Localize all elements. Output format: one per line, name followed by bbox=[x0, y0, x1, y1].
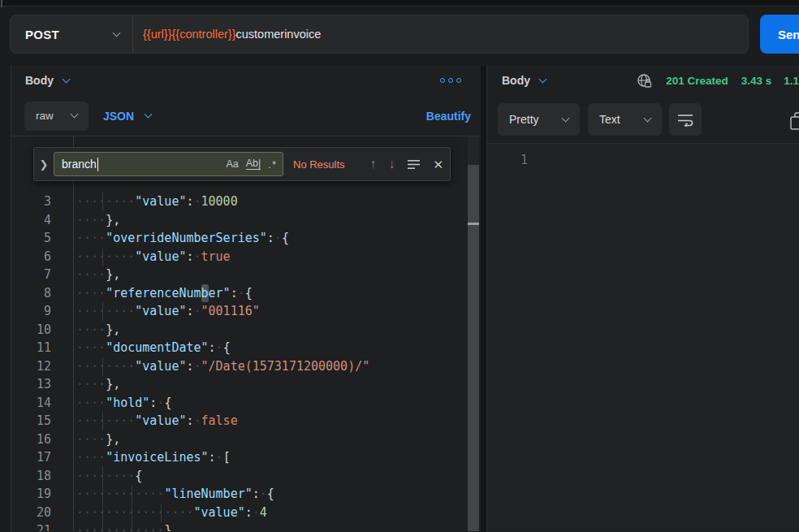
code-token: "value" bbox=[135, 304, 186, 318]
code-line[interactable]: ····}, bbox=[76, 266, 120, 284]
close-find-icon[interactable]: ✕ bbox=[433, 158, 443, 171]
code-token: "overrideNumberSeries" bbox=[106, 231, 267, 245]
code-token: · bbox=[238, 286, 245, 301]
code-line[interactable]: ········{ bbox=[76, 467, 142, 486]
code-line[interactable]: ····}, bbox=[76, 211, 120, 230]
indent-guide bbox=[132, 521, 132, 531]
code-token: { bbox=[135, 469, 142, 483]
response-body-editor[interactable]: 1 bbox=[487, 144, 799, 531]
code-token: : bbox=[186, 249, 193, 264]
line-number: 19 bbox=[11, 485, 51, 504]
indent-guide bbox=[102, 357, 103, 376]
pane-divider[interactable] bbox=[481, 65, 487, 532]
code-token: · bbox=[194, 194, 201, 209]
format-select[interactable]: Text bbox=[588, 103, 662, 136]
code-line[interactable]: ········"value":·"/Date(1573171200000)/" bbox=[76, 357, 369, 376]
view-mode-select[interactable]: Pretty bbox=[498, 103, 580, 136]
code-token: { bbox=[245, 286, 253, 301]
whole-word-button[interactable]: Ab| bbox=[246, 158, 261, 171]
whitespace-dots: ···· bbox=[76, 267, 106, 282]
request-body-tab[interactable]: Body bbox=[25, 74, 54, 87]
find-in-selection-button[interactable] bbox=[407, 159, 421, 170]
line-number: 6 bbox=[11, 248, 51, 266]
indent-guide bbox=[102, 412, 103, 430]
code-line[interactable]: ················"value":·4 bbox=[76, 504, 267, 522]
find-input[interactable]: branch Aa Ab| .* bbox=[54, 152, 283, 176]
code-line[interactable]: ····"hold":·{ bbox=[76, 394, 171, 413]
line-number: 15 bbox=[11, 412, 51, 430]
whitespace-dots: ········ bbox=[76, 359, 135, 374]
code-line[interactable]: ····"invoiceLines":·[ bbox=[76, 448, 231, 467]
editor-scrollbar[interactable] bbox=[468, 136, 479, 531]
code-token: : bbox=[186, 359, 193, 374]
beautify-button[interactable]: Beautify bbox=[426, 110, 471, 123]
response-body-tab[interactable]: Body bbox=[502, 74, 530, 87]
chevron-down-icon[interactable] bbox=[63, 75, 71, 83]
code-line[interactable]: ····"documentDate":·{ bbox=[76, 339, 231, 357]
method-label: POST bbox=[25, 28, 59, 41]
code-line[interactable]: ········"value":·true bbox=[76, 248, 231, 266]
request-body-editor[interactable]: ❯ branch Aa Ab| .* No Results ↑ ↓ bbox=[11, 136, 481, 531]
wrap-text-button[interactable] bbox=[669, 103, 702, 136]
code-token: { bbox=[223, 340, 231, 355]
status-badge[interactable]: 201 Created bbox=[666, 75, 728, 87]
response-pane-header: Body 201 Created 3.43 s 1.1 bbox=[487, 65, 799, 96]
code-token: "value" bbox=[194, 505, 245, 520]
code-line[interactable]: ····}, bbox=[76, 375, 120, 394]
code-line[interactable]: ····}, bbox=[76, 321, 120, 340]
previous-match-button[interactable]: ↑ bbox=[369, 158, 376, 171]
chevron-down-icon bbox=[644, 114, 652, 122]
body-type-select[interactable]: raw bbox=[24, 102, 89, 131]
code-token: [ bbox=[223, 450, 231, 465]
code-line[interactable]: ········"value":·10000 bbox=[76, 192, 238, 211]
line-number: 8 bbox=[11, 284, 51, 303]
code-token: : bbox=[209, 450, 216, 465]
next-match-button[interactable]: ↓ bbox=[388, 158, 395, 171]
whitespace-dots: ···· bbox=[76, 322, 106, 337]
response-time[interactable]: 3.43 s bbox=[741, 75, 772, 87]
code-token: · bbox=[194, 304, 201, 318]
scrollbar-thumb[interactable] bbox=[468, 165, 479, 531]
whitespace-dots: ···· bbox=[76, 432, 106, 447]
line-number: 4 bbox=[11, 211, 51, 230]
code-token: false bbox=[201, 413, 238, 428]
line-number: 21 bbox=[11, 521, 51, 531]
code-line[interactable]: ········"value":·false bbox=[76, 412, 238, 430]
method-select[interactable]: POST bbox=[11, 15, 132, 53]
code-token: · bbox=[216, 340, 223, 355]
send-button[interactable]: Send bbox=[760, 15, 799, 54]
code-token: } bbox=[164, 523, 171, 531]
chevron-down-icon[interactable] bbox=[539, 75, 547, 83]
code-token: : bbox=[209, 340, 216, 355]
code-token: : bbox=[253, 487, 260, 501]
chevron-down-icon bbox=[562, 114, 570, 122]
response-size[interactable]: 1.1 bbox=[784, 75, 799, 87]
request-body-pane: Body raw JSON Beautify ❯ branch A bbox=[11, 65, 481, 532]
code-token: : bbox=[186, 304, 193, 318]
code-line[interactable]: ············} bbox=[76, 521, 171, 531]
regex-button[interactable]: .* bbox=[268, 159, 277, 170]
code-token: }, bbox=[106, 267, 120, 282]
code-line[interactable]: ············"lineNumber":·{ bbox=[76, 485, 274, 504]
code-token: }, bbox=[106, 432, 120, 447]
network-info-icon[interactable] bbox=[637, 73, 652, 89]
code-line[interactable]: ····}, bbox=[76, 430, 120, 449]
chevron-down-icon bbox=[145, 110, 153, 119]
code-token: "documentDate" bbox=[106, 340, 208, 355]
code-token: { bbox=[164, 396, 171, 410]
more-options-icon[interactable] bbox=[440, 78, 461, 83]
code-token: : bbox=[186, 413, 193, 428]
language-select[interactable]: JSON bbox=[103, 110, 151, 123]
code-token: "value" bbox=[135, 413, 186, 428]
code-line[interactable]: ····"overrideNumberSeries":·{ bbox=[76, 229, 289, 248]
expand-replace-icon[interactable]: ❯ bbox=[37, 158, 50, 171]
whitespace-dots: ···· bbox=[76, 213, 106, 227]
url-input[interactable]: {{url}}{{controller}}customerinvoice bbox=[133, 15, 748, 53]
code-token: "value" bbox=[135, 359, 186, 374]
whitespace-dots: ···· bbox=[76, 450, 106, 465]
code-line[interactable]: ····"referenceNumber":·{ bbox=[76, 284, 253, 303]
code-line[interactable]: ········"value":·"001116" bbox=[76, 302, 260, 321]
match-case-button[interactable]: Aa bbox=[226, 159, 238, 170]
line-number: 11 bbox=[11, 339, 51, 357]
copy-icon[interactable] bbox=[790, 112, 799, 130]
